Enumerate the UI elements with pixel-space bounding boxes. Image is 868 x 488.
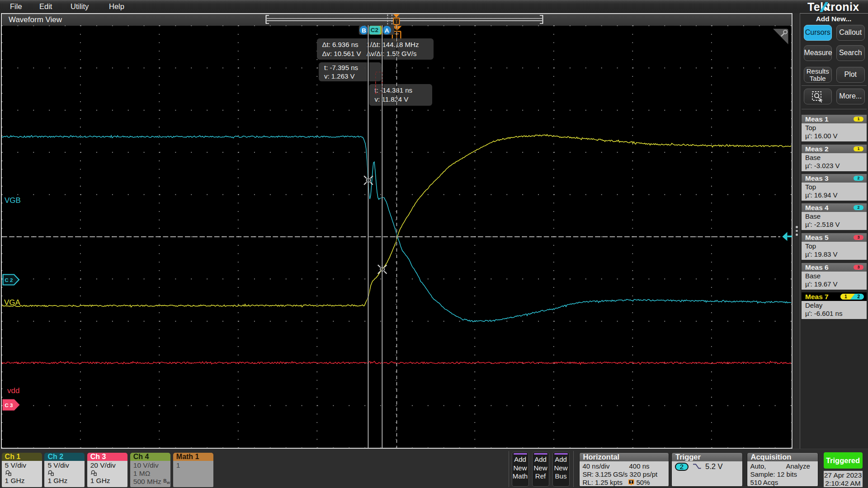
svg-text:T: T: [630, 480, 632, 484]
